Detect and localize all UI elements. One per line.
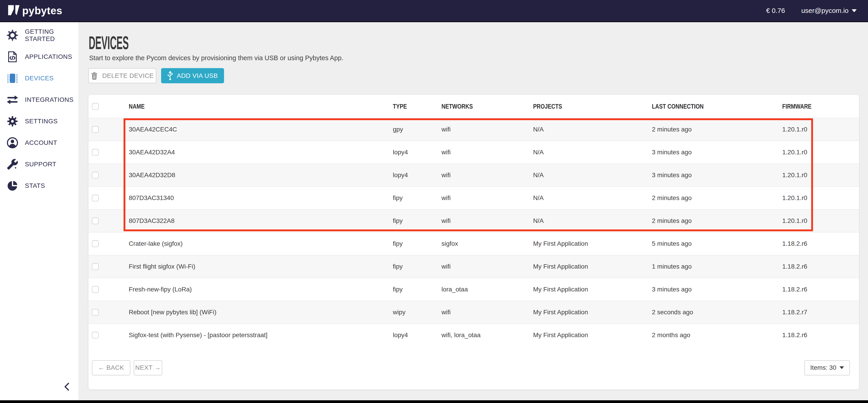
toolbar: DELETE DEVICE ADD VIA USB xyxy=(88,68,224,83)
sidebar-item-stats[interactable]: STATS xyxy=(0,175,79,196)
sidebar-item-label: ACCOUNT xyxy=(25,139,57,146)
device-networks: wifi xyxy=(441,149,533,156)
row-checkbox[interactable] xyxy=(92,309,99,316)
row-checkbox[interactable] xyxy=(92,172,99,179)
user-menu[interactable]: user@pycom.io xyxy=(801,7,857,14)
device-projects: My First Application xyxy=(533,286,652,293)
sidebar-item-applications[interactable]: APPLICATIONS xyxy=(0,46,79,67)
caret-down-icon xyxy=(839,366,844,369)
device-projects: N/A xyxy=(533,126,652,133)
row-checkbox[interactable] xyxy=(92,126,99,133)
sidebar-collapse-button[interactable] xyxy=(62,381,72,392)
wrench-icon xyxy=(6,158,19,171)
table-row[interactable]: 30AEA42D32A4 lopy4 wifi N/A 3 minutes ag… xyxy=(89,141,859,164)
sidebar-item-label: SUPPORT xyxy=(25,161,56,168)
device-last-connection: 5 minutes ago xyxy=(652,240,781,247)
next-button[interactable]: NEXT → xyxy=(134,360,162,375)
table-row[interactable]: Fresh-new-fipy (LoRa) fipy lora_otaa My … xyxy=(89,278,859,301)
page-subtitle: Start to explore the Pycom devices by pr… xyxy=(89,54,343,62)
items-per-page-dropdown[interactable]: Items: 30 xyxy=(804,360,850,375)
row-checkbox[interactable] xyxy=(92,149,99,156)
device-projects: My First Application xyxy=(533,332,652,339)
back-button[interactable]: ← BACK xyxy=(92,360,130,375)
device-projects: My First Application xyxy=(533,309,652,316)
device-firmware: 1.18.2.r6 xyxy=(781,332,859,339)
table-row[interactable]: 30AEA42CEC4C gpy wifi N/A 2 minutes ago … xyxy=(89,118,859,141)
table-row[interactable]: First flight sigfox (Wi-Fi) fipy wifi My… xyxy=(89,255,859,278)
row-checkbox[interactable] xyxy=(92,217,99,224)
column-header-projects: PROJECTS xyxy=(533,103,652,110)
sidebar-item-label: SETTINGS xyxy=(25,118,58,125)
main-content: DEVICES Start to explore the Pycom devic… xyxy=(79,22,868,400)
device-name: Crater-lake (sigfox) xyxy=(122,240,393,247)
bottom-screen-edge xyxy=(0,400,868,403)
device-type: fipy xyxy=(393,194,441,202)
row-checkbox[interactable] xyxy=(92,286,99,293)
device-last-connection: 1 minutes ago xyxy=(652,263,781,270)
device-type: fipy xyxy=(393,240,441,247)
column-header-networks: NETWORKS xyxy=(441,103,533,110)
device-name: Reboot [new pybytes lib] (WiFi) xyxy=(122,309,393,316)
select-all-checkbox[interactable] xyxy=(92,103,99,110)
account-balance: € 0.76 xyxy=(766,7,785,14)
device-projects: N/A xyxy=(533,149,652,156)
sidebar-item-settings[interactable]: SETTINGS xyxy=(0,111,79,132)
sidebar-item-getting-started[interactable]: GETTING STARTED xyxy=(0,25,79,46)
chip-icon xyxy=(6,72,19,85)
pagination: ← BACK NEXT → Items: 30 xyxy=(89,346,859,390)
device-networks: wifi xyxy=(441,217,533,224)
device-type: fipy xyxy=(393,263,441,270)
row-checkbox[interactable] xyxy=(92,240,99,247)
table-row[interactable]: 807D3AC31340 fipy wifi N/A 2 minutes ago… xyxy=(89,186,859,209)
device-networks: wifi xyxy=(441,126,533,133)
column-header-type: TYPE xyxy=(393,103,441,110)
device-projects: N/A xyxy=(533,217,652,224)
table-row[interactable]: 807D3AC322A8 fipy wifi N/A 2 minutes ago… xyxy=(89,209,859,232)
device-firmware: 1.20.1.r0 xyxy=(781,149,859,156)
sidebar-item-support[interactable]: SUPPORT xyxy=(0,153,79,175)
device-name: 807D3AC322A8 xyxy=(122,217,393,224)
device-last-connection: 2 months ago xyxy=(652,332,781,339)
device-projects: My First Application xyxy=(533,263,652,270)
sidebar-item-devices[interactable]: DEVICES xyxy=(0,67,79,89)
device-firmware: 1.18.2.r6 xyxy=(781,240,859,247)
device-last-connection: 2 seconds ago xyxy=(652,309,781,316)
add-via-usb-button[interactable]: ADD VIA USB xyxy=(161,68,224,83)
device-name: 807D3AC31340 xyxy=(122,194,393,202)
device-type: lopy4 xyxy=(393,172,441,179)
table-row[interactable]: Reboot [new pybytes lib] (WiFi) wipy wif… xyxy=(89,301,859,323)
user-icon xyxy=(6,136,19,149)
device-type: lopy4 xyxy=(393,332,441,339)
row-checkbox[interactable] xyxy=(92,263,99,270)
delete-device-button[interactable]: DELETE DEVICE xyxy=(88,68,156,83)
topbar-right: € 0.76 user@pycom.io xyxy=(766,7,857,14)
sidebar: GETTING STARTED APPLICATIONS xyxy=(0,22,79,400)
device-networks: wifi xyxy=(441,194,533,202)
table-row[interactable]: 30AEA42D32D8 lopy4 wifi N/A 3 minutes ag… xyxy=(89,164,859,186)
device-last-connection: 2 minutes ago xyxy=(652,126,781,133)
row-checkbox[interactable] xyxy=(92,195,99,202)
delete-device-label: DELETE DEVICE xyxy=(102,72,154,80)
device-type: fipy xyxy=(393,286,441,293)
table-row[interactable]: Sigfox-test (with Pysense) - [pastoor pe… xyxy=(89,323,859,346)
brand-name: pybytes xyxy=(22,4,62,17)
device-firmware: 1.20.1.r0 xyxy=(781,126,859,133)
device-name: 30AEA42D32A4 xyxy=(122,149,393,156)
device-firmware: 1.20.1.r0 xyxy=(781,217,859,224)
caret-down-icon xyxy=(852,9,857,12)
device-type: wipy xyxy=(393,309,441,316)
device-last-connection: 3 minutes ago xyxy=(652,149,781,156)
usb-icon xyxy=(167,71,173,81)
row-checkbox[interactable] xyxy=(92,332,99,339)
brand-logo[interactable]: pybytes xyxy=(8,4,62,17)
device-firmware: 1.18.2.r7 xyxy=(781,309,859,316)
sidebar-item-label: APPLICATIONS xyxy=(25,53,72,60)
table-row[interactable]: Crater-lake (sigfox) fipy sigfox My Firs… xyxy=(89,232,859,255)
items-per-page-label: Items: 30 xyxy=(810,364,836,371)
sidebar-item-account[interactable]: ACCOUNT xyxy=(0,132,79,153)
device-name: First flight sigfox (Wi-Fi) xyxy=(122,263,393,270)
user-email: user@pycom.io xyxy=(801,7,848,14)
device-firmware: 1.18.2.r6 xyxy=(781,263,859,270)
sidebar-item-integrations[interactable]: INTEGRATIONS xyxy=(0,89,79,111)
sidebar-item-label: STATS xyxy=(25,182,45,189)
